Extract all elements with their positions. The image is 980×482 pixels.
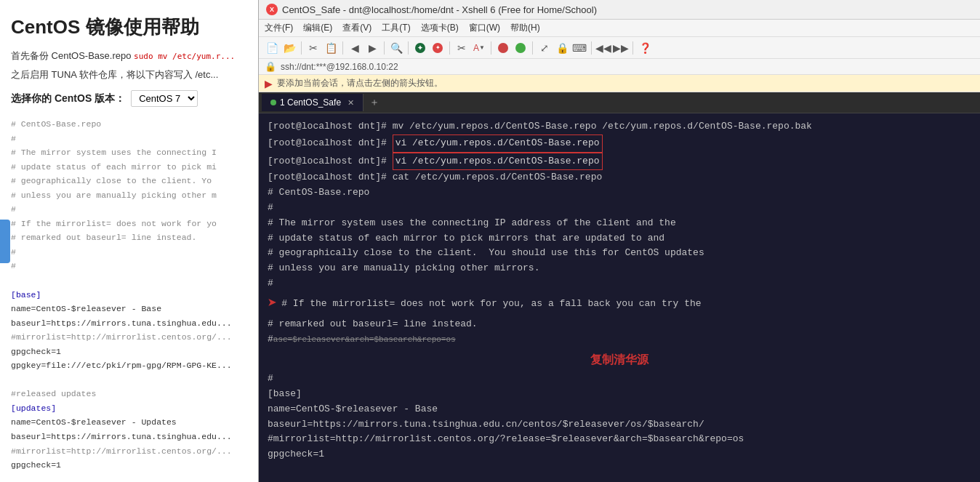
terminal-line-9: # geographically close to the client. Yo… bbox=[268, 246, 971, 261]
terminal-line-15: # bbox=[268, 371, 971, 387]
notif-text: 要添加当前会话，请点击左侧的箭头按钮。 bbox=[277, 77, 443, 89]
tab-close-btn[interactable]: ✕ bbox=[348, 98, 354, 108]
left-panel: CentOS 镜像使用帮助 首先备份 CentOS-Base.repo sudo… bbox=[0, 0, 258, 482]
menu-help[interactable]: 帮助(H) bbox=[510, 22, 540, 34]
terminal-line-11: # bbox=[268, 276, 971, 292]
terminal-line-7: # The mirror system uses the connecting … bbox=[268, 216, 971, 231]
toolbar-new[interactable]: 📄 bbox=[265, 41, 279, 55]
toolbar-folder[interactable]: 📂 bbox=[282, 41, 297, 55]
xshell-window: X CentOS_Safe - dnt@localhost:/home/dnt … bbox=[258, 0, 980, 482]
toolbar-sep2 bbox=[342, 41, 343, 55]
toolbar-prev[interactable]: ◀◀ bbox=[596, 41, 611, 55]
toolbar-lock[interactable]: 🔒 bbox=[555, 41, 569, 55]
toolbar-cut[interactable]: ✂ bbox=[306, 41, 321, 55]
toolbar-sep7 bbox=[532, 41, 533, 55]
toolbar-sep6 bbox=[491, 41, 491, 55]
toolbar-help[interactable]: ❓ bbox=[638, 41, 652, 55]
terminal-line-20: #mirrorlist=http://mirrorlist.centos.org… bbox=[268, 432, 971, 447]
terminal-line-2: [root@localhost dnt]# vi /etc/yum.repos.… bbox=[268, 134, 971, 153]
menu-window[interactable]: 窗口(W) bbox=[469, 22, 500, 34]
toolbar-icon1[interactable]: ✦ bbox=[413, 41, 427, 55]
terminal-line-19: baseurl=https://mirrors.tuna.tsinghua.ed… bbox=[268, 417, 971, 433]
toolbar-red-circle[interactable] bbox=[496, 41, 510, 55]
address-text: ssh://dnt:***@192.168.0.10:22 bbox=[281, 62, 398, 72]
app-favicon: X bbox=[266, 4, 278, 15]
tab-label: 1 CentOS_Safe bbox=[280, 97, 341, 108]
tab-status-dot bbox=[270, 100, 276, 105]
blue-tab[interactable] bbox=[0, 220, 10, 263]
terminal-line-13: # remarked out baseurl= line instead. bbox=[268, 317, 971, 332]
toolbar-icon2[interactable]: ✦ bbox=[430, 41, 445, 55]
toolbar-scissors[interactable]: ✂ bbox=[454, 41, 469, 55]
toolbar-highlight[interactable]: A▼ bbox=[472, 41, 486, 55]
terminal-line-14: #ase=$releasever&arch=$basearch&repo=os bbox=[268, 332, 971, 348]
toolbar-sep9 bbox=[632, 41, 633, 55]
menu-bar: 文件(F) 编辑(E) 查看(V) 工具(T) 选项卡(B) 窗口(W) 帮助(… bbox=[259, 20, 980, 37]
arrow-icon: ➤ bbox=[268, 292, 277, 317]
title-bar: X CentOS_Safe - dnt@localhost:/home/dnt … bbox=[259, 0, 980, 20]
version-label: 选择你的 CentOS 版本： bbox=[11, 92, 125, 105]
tab-bar: 1 CentOS_Safe ✕ ＋ bbox=[259, 92, 980, 113]
toolbar-sep3 bbox=[384, 41, 385, 55]
toolbar-expand[interactable]: ⤢ bbox=[537, 41, 552, 55]
terminal-line-18: name=CentOS-$releasever - Base bbox=[268, 402, 971, 417]
subtitle2: 之后启用 TUNA 软件仓库，将以下内容写入 /etc... bbox=[11, 68, 247, 82]
notif-bar: ▶ 要添加当前会话，请点击左侧的箭头按钮。 bbox=[259, 75, 980, 92]
toolbar-forward[interactable]: ▶ bbox=[365, 41, 379, 55]
terminal-line-10: # unless you are manually picking other … bbox=[268, 261, 971, 276]
menu-file[interactable]: 文件(F) bbox=[265, 22, 293, 34]
menu-tabs[interactable]: 选项卡(B) bbox=[421, 22, 459, 34]
toolbar-sep4 bbox=[408, 41, 409, 55]
annotation-text: 复制清华源 bbox=[268, 350, 971, 369]
terminal[interactable]: [root@localhost dnt]# mv /etc/yum.repos.… bbox=[259, 113, 980, 482]
toolbar-sep8 bbox=[591, 41, 592, 55]
toolbar-green-circle[interactable] bbox=[513, 41, 528, 55]
terminal-line-8: # update status of each mirror to pick m… bbox=[268, 231, 971, 246]
window-title: CentOS_Safe - dnt@localhost:/home/dnt - … bbox=[282, 4, 597, 15]
terminal-line-5: # CentOS-Base.repo bbox=[268, 185, 971, 201]
toolbar-next[interactable]: ▶▶ bbox=[614, 41, 628, 55]
toolbar-keyboard[interactable]: ⌨ bbox=[572, 41, 587, 55]
menu-view[interactable]: 查看(V) bbox=[342, 22, 371, 34]
terminal-line-4: [root@localhost dnt]# cat /etc/yum.repos… bbox=[268, 170, 971, 185]
lock-icon: 🔒 bbox=[265, 61, 276, 72]
address-bar: 🔒 ssh://dnt:***@192.168.0.10:22 bbox=[259, 59, 980, 75]
page-title: CentOS 镜像使用帮助 bbox=[11, 15, 247, 40]
toolbar-search[interactable]: 🔍 bbox=[389, 41, 403, 55]
terminal-line-3: [root@localhost dnt]# vi /etc/yum.repos.… bbox=[268, 153, 971, 171]
menu-tools[interactable]: 工具(T) bbox=[382, 22, 410, 34]
toolbar-copy[interactable]: 📋 bbox=[324, 41, 338, 55]
notif-arrow: ▶ bbox=[265, 78, 273, 89]
menu-edit[interactable]: 编辑(E) bbox=[303, 22, 332, 34]
code-block: # CentOS-Base.repo # # The mirror system… bbox=[11, 117, 247, 473]
terminal-line-12: # If the mirrorlist= does not work for y… bbox=[281, 297, 701, 312]
tab-centos-safe[interactable]: 1 CentOS_Safe ✕ bbox=[262, 94, 364, 111]
terminal-line-17: [base] bbox=[268, 387, 971, 402]
terminal-line-1: [root@localhost dnt]# mv /etc/yum.repos.… bbox=[268, 119, 971, 134]
tab-add-button[interactable]: ＋ bbox=[364, 92, 385, 113]
terminal-line-21: gpgcheck=1 bbox=[268, 447, 971, 462]
version-selector: 选择你的 CentOS 版本： CentOS 7 CentOS 8 bbox=[11, 90, 247, 107]
terminal-line-6: # bbox=[268, 201, 971, 216]
toolbar-sep1 bbox=[301, 41, 302, 55]
toolbar-sep5 bbox=[449, 41, 450, 55]
version-select[interactable]: CentOS 7 CentOS 8 bbox=[131, 90, 198, 107]
terminal-arrow-line: ➤ # If the mirrorlist= does not work for… bbox=[268, 292, 971, 317]
toolbar-back[interactable]: ◀ bbox=[348, 41, 362, 55]
subtitle1: 首先备份 CentOS-Base.repo sudo mv /etc/yum.r… bbox=[11, 49, 247, 63]
toolbar: 📄 📂 ✂ 📋 ◀ ▶ 🔍 ✦ ✦ ✂ A▼ bbox=[259, 37, 980, 59]
